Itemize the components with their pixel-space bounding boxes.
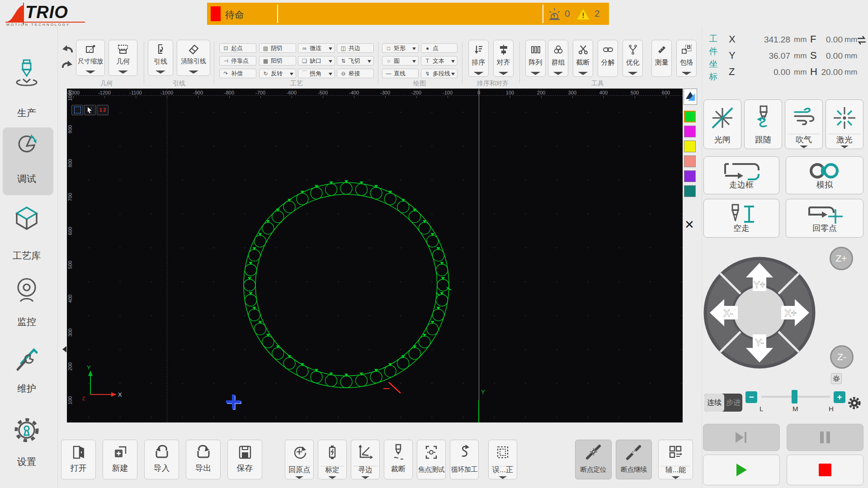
speed-minus-button[interactable]: −: [745, 391, 757, 403]
sidebar-label-debug[interactable]: 调试: [0, 173, 53, 185]
action-button-frame-run[interactable]: 走边框: [703, 156, 779, 194]
bottom-button-calibrate[interactable]: 标定: [318, 440, 347, 479]
ribbon-button-measure[interactable]: 测量: [651, 40, 672, 77]
ribbon-button-text[interactable]: T文本: [421, 56, 458, 66]
bottom-button-import[interactable]: 导入: [144, 440, 179, 479]
bottom-button-save[interactable]: 保存: [227, 440, 262, 479]
redo-icon[interactable]: [61, 58, 74, 70]
step-run-button[interactable]: [703, 424, 780, 451]
ribbon-button-reverse[interactable]: ↻反转: [259, 69, 296, 78]
ribbon-button-envelope[interactable]: 包络: [676, 40, 697, 77]
palette-color-0[interactable]: [684, 111, 696, 122]
canvas-cursor-tool[interactable]: [84, 105, 96, 115]
mode-continuous[interactable]: 连续: [704, 394, 724, 412]
bottom-button-export[interactable]: 导出: [186, 440, 221, 479]
ribbon-button-bridge[interactable]: ⊖桥接: [337, 69, 374, 78]
ribbon-button-start-point[interactable]: ⊡起点: [219, 43, 256, 53]
sidebar-item-settings[interactable]: [14, 417, 39, 446]
bottom-button-home[interactable]: 回原点: [285, 440, 314, 479]
speed-slider-thumb[interactable]: [792, 390, 797, 404]
ribbon-button-sort[interactable]: 排序: [468, 40, 489, 77]
machine-button-follow[interactable]: 跟随: [744, 99, 782, 149]
ribbon-button-truncate[interactable]: 截断: [573, 40, 593, 77]
bottom-button-error-correct[interactable]: 误...正: [488, 440, 517, 479]
action-button-dry-run[interactable]: 空走: [703, 199, 779, 238]
sidebar-label-maintenance[interactable]: 维护: [0, 382, 53, 395]
ribbon-button-compensation[interactable]: ↷补偿: [219, 69, 256, 78]
canvas-collapse-arrow[interactable]: [59, 346, 66, 352]
bottom-button-cutoff[interactable]: 裁断: [384, 440, 413, 479]
machine-button-shutter[interactable]: 光闸: [703, 99, 741, 149]
ribbon-button-micro-joint[interactable]: ∞微连: [298, 43, 335, 53]
warning-triangle-icon[interactable]: !: [576, 7, 591, 21]
ribbon-button-corner[interactable]: ⌒拐角: [298, 69, 335, 78]
ribbon-button-dock-point[interactable]: ⊣停靠点: [219, 56, 256, 66]
bottom-button-edge-seek[interactable]: 寻边: [351, 440, 380, 479]
sidebar-item-maintenance[interactable]: [14, 346, 39, 376]
sidebar-item-process-library[interactable]: [13, 205, 40, 239]
bottom-button-aux-function[interactable]: 辅...能: [658, 440, 693, 479]
pause-button[interactable]: [787, 424, 863, 451]
jog-wheel[interactable]: Y+ Y- X- X+: [700, 253, 819, 372]
ribbon-button-array[interactable]: 阵列: [525, 40, 546, 77]
bottom-button-loop-process[interactable]: 循环加工: [450, 440, 479, 479]
speed-settings-gear-icon[interactable]: [848, 397, 861, 409]
jog-z-plus-button[interactable]: Z+: [830, 247, 853, 270]
sidebar-item-production[interactable]: [14, 58, 39, 97]
stop-button[interactable]: [787, 455, 863, 485]
ribbon-button-polyline[interactable]: ↯多段线: [421, 69, 458, 78]
status-label: 待命: [225, 9, 244, 21]
bottom-button-open[interactable]: 打开: [61, 440, 96, 479]
ribbon-button-clear-lead[interactable]: 清除引线: [177, 40, 210, 76]
sidebar-label-process-library[interactable]: 工艺库: [0, 249, 53, 262]
palette-color-5[interactable]: [684, 185, 696, 197]
palette-color-1[interactable]: [684, 126, 696, 137]
ribbon-button-notch[interactable]: ❏缺口: [298, 56, 335, 66]
canvas-select-tool[interactable]: [71, 105, 83, 115]
mode-step[interactable]: 步进: [724, 394, 742, 412]
drawing-canvas[interactable]: -1300-1200-1100-1000-900-800-700-600-500…: [67, 89, 683, 422]
alarm-lamp-icon[interactable]: [547, 7, 561, 21]
ribbon-button-scale[interactable]: 尺寸缩放: [76, 40, 105, 76]
ribbon-button-male-cut[interactable]: ▦阳切: [259, 56, 296, 66]
bottom-button-new[interactable]: 新建: [103, 440, 137, 479]
ribbon-button-explode[interactable]: 分解: [598, 40, 618, 77]
ribbon-button-fly-cut[interactable]: ⇅飞切: [337, 56, 374, 66]
sidebar-label-monitor[interactable]: 监控: [0, 315, 53, 328]
swap-coords-icon[interactable]: [856, 35, 868, 45]
machine-button-laser[interactable]: 激光: [826, 99, 863, 149]
palette-color-2[interactable]: [684, 141, 696, 152]
bottom-button-focus-test[interactable]: 焦点测试: [417, 440, 446, 479]
palette-color-4[interactable]: [684, 170, 696, 182]
canvas-sequence-tool[interactable]: 1 2: [97, 105, 108, 115]
close-icon[interactable]: ✕: [684, 218, 694, 232]
ribbon-button-lead[interactable]: 引线: [148, 40, 173, 76]
ribbon-button-point[interactable]: ●点: [421, 43, 458, 53]
start-button[interactable]: [703, 455, 780, 485]
palette-color-3[interactable]: [684, 155, 696, 167]
ribbon-button-female-cut[interactable]: ▤阴切: [259, 43, 296, 53]
ribbon-button-rectangle[interactable]: □矩形: [382, 43, 419, 53]
bottom-button-breakpoint-locate[interactable]: 断点定位: [575, 440, 612, 479]
jog-settings-button[interactable]: [831, 373, 842, 384]
ribbon-button-optimize[interactable]: 优化: [623, 40, 643, 77]
ribbon-button-common-edge[interactable]: ◫共边: [337, 43, 374, 53]
jog-z-minus-button[interactable]: Z-: [830, 345, 854, 369]
machine-button-air[interactable]: 吹气: [785, 99, 823, 149]
jog-mode-toggle[interactable]: 连续 步进: [704, 394, 742, 412]
undo-icon[interactable]: [61, 42, 74, 54]
ribbon-button-line[interactable]: —直线: [382, 69, 419, 78]
ribbon-button-group[interactable]: 群组: [548, 40, 568, 77]
ribbon-button-geometry[interactable]: 几何: [108, 40, 137, 76]
view-layers-button[interactable]: [684, 89, 697, 105]
sidebar-item-monitor[interactable]: [15, 277, 38, 306]
bottom-button-breakpoint-continue[interactable]: 断点继续: [616, 440, 652, 479]
ribbon-button-align[interactable]: 对齐: [493, 40, 514, 77]
ribbon-button-circle[interactable]: ○圆: [382, 56, 419, 66]
action-button-return-zero[interactable]: 回零点: [786, 199, 863, 238]
action-button-simulate[interactable]: 模拟: [786, 156, 863, 194]
speed-plus-button[interactable]: +: [834, 391, 845, 403]
sidebar-item-debug[interactable]: [14, 133, 41, 163]
sidebar-label-settings[interactable]: 设置: [0, 455, 53, 468]
sidebar-label-production[interactable]: 生产: [0, 107, 53, 119]
